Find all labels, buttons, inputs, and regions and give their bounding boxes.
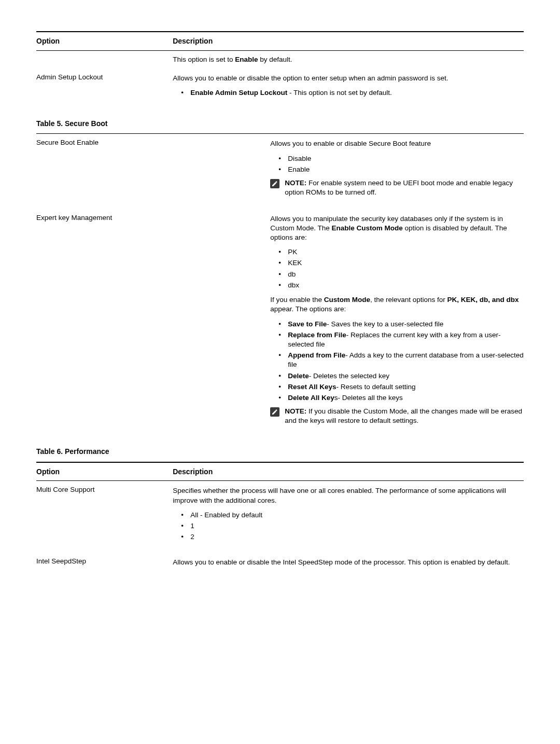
table6-header-desc: Description [173, 463, 524, 481]
table4-continuation: Option Description This option is set to… [36, 32, 524, 104]
list-item: db [288, 270, 524, 279]
speedstep-desc: Allows you to enable or disable the Inte… [173, 558, 524, 567]
list-item: Enable [288, 165, 524, 174]
speedstep-row: Intel SeepdStep Allows you to enable or … [36, 548, 524, 574]
multi-core-desc: Specifies whether the process will have … [173, 486, 524, 505]
list-item: dbx [288, 281, 524, 290]
table4-header-desc: Description [173, 32, 524, 50]
table6-header-option: Option [36, 463, 173, 481]
expert-key-mgmt-opts2: Save to File- Saves the key to a user-se… [270, 320, 524, 403]
list-item: PK [288, 247, 524, 257]
expert-key-mgmt-opts1: PKKEKdbdbx [270, 247, 524, 290]
multi-core-opts: All - Enabled by default12 [173, 511, 524, 542]
list-item: KEK [288, 258, 524, 268]
list-item: Append from File- Adds a key to the curr… [288, 351, 524, 369]
table5-title: Table 5. Secure Boot [36, 119, 524, 129]
expert-key-mgmt-note: NOTE: If you disable the Custom Mode, al… [285, 407, 524, 425]
expert-key-mgmt-desc: Allows you to manipulate the security ke… [270, 214, 524, 243]
admin-setup-lockout-desc: Allows you to enable or disable the opti… [173, 74, 524, 83]
list-item: 2 [190, 532, 524, 542]
table6-performance: Option Description Multi Core Support Sp… [36, 463, 524, 574]
table4-prev-trailing-text: This option is set to Enable by default. [173, 51, 524, 68]
list-item: Disable [288, 154, 524, 163]
multi-core-label: Multi Core Support [36, 481, 173, 548]
expert-key-mgmt-midtext: If you enable the Custom Mode, the relev… [270, 295, 524, 314]
admin-setup-lockout-bullet: Enable Admin Setup Lockout - This option… [190, 88, 524, 98]
secure-boot-enable-options: DisableEnable [270, 154, 524, 174]
table5-secure-boot: Secure Boot Enable Allows you to enable … [36, 134, 524, 432]
table4-prev-row-trailing: This option is set to Enable by default. [36, 51, 524, 68]
note-pencil-icon [270, 179, 279, 188]
note-pencil-icon [270, 407, 279, 417]
list-item: Replace from File- Replaces the current … [288, 330, 524, 349]
expert-key-mgmt-label: Expert key Management [36, 204, 270, 432]
table4-header-option: Option [36, 32, 173, 50]
secure-boot-enable-note: NOTE: For enable system need to be UEFI … [285, 178, 524, 197]
secure-boot-enable-desc: Allows you to enable or disable Secure B… [270, 139, 524, 148]
table6-title: Table 6. Performance [36, 447, 524, 457]
list-item: Delete All Keys- Deletes all the keys [288, 393, 524, 403]
list-item: Save to File- Saves the key to a user-se… [288, 320, 524, 329]
admin-setup-lockout-label: Admin Setup Lockout [36, 68, 173, 104]
secure-boot-enable-label: Secure Boot Enable [36, 134, 270, 203]
list-item: Reset All Keys- Resets to default settin… [288, 382, 524, 392]
table4-admin-lockout-row: Admin Setup Lockout Allows you to enable… [36, 68, 524, 104]
speedstep-label: Intel SeepdStep [36, 548, 173, 574]
list-item: 1 [190, 521, 524, 531]
list-item: All - Enabled by default [190, 511, 524, 520]
multi-core-row: Multi Core Support Specifies whether the… [36, 481, 524, 548]
expert-key-mgmt-row: Expert key Management Allows you to mani… [36, 204, 524, 432]
list-item: Delete- Deletes the selected key [288, 371, 524, 381]
secure-boot-enable-row: Secure Boot Enable Allows you to enable … [36, 134, 524, 203]
